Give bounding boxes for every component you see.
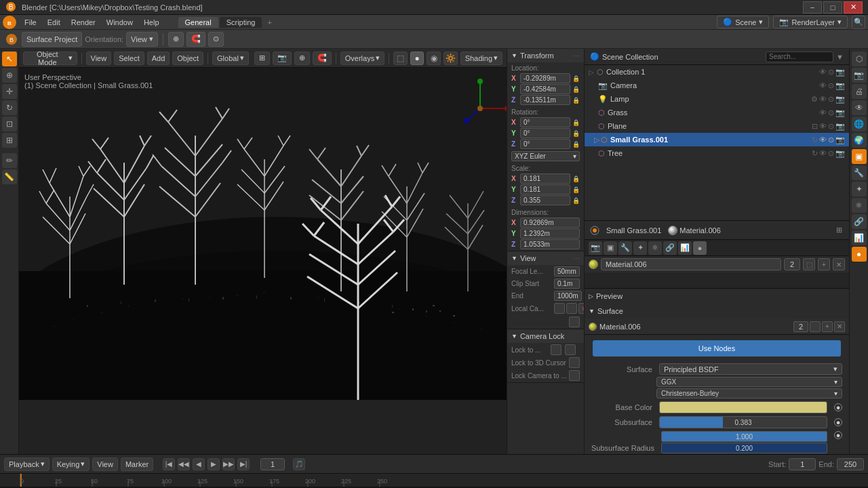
plane-visibility-icon[interactable]: 👁 (819, 122, 827, 131)
right-tool-view[interactable]: 👁 (852, 100, 867, 115)
workspace-tab-scripting[interactable]: Scripting (220, 17, 262, 28)
viewport-select-btn[interactable]: Select (114, 52, 144, 65)
transform-gizmo-toggle[interactable]: ⊕ (168, 32, 184, 47)
right-tool-data[interactable]: 📊 (852, 230, 867, 245)
clip-start-field[interactable]: 0.1m (554, 279, 580, 289)
outliner-filter-icon[interactable]: ▼ (836, 53, 844, 61)
base-color-dot[interactable]: ● (834, 403, 842, 411)
location-z[interactable]: -0.13511m (520, 95, 570, 105)
surface-mat-browse[interactable] (810, 321, 821, 332)
tool-rotate[interactable]: ↻ (2, 100, 17, 115)
lock-x-icon[interactable]: 🔒 (572, 75, 580, 82)
end-frame-value[interactable]: 250 (837, 458, 864, 470)
sr-bar-1[interactable]: 1.000 (661, 431, 827, 442)
base-color-swatch[interactable] (659, 401, 827, 413)
tool-cursor[interactable]: ⊕ (2, 68, 17, 83)
menu-window[interactable]: Window (101, 17, 138, 28)
play-back-btn[interactable]: ◀ (193, 458, 205, 470)
outliner-item-camera[interactable]: 📷 Camera 👁 ⊙ 📷 (585, 79, 849, 92)
minimize-button[interactable]: − (803, 1, 822, 14)
viewport-camera-icon[interactable]: 📷 (273, 52, 292, 65)
sr-bar-2[interactable]: 0.200 (661, 443, 827, 453)
start-frame-value[interactable]: 1 (789, 458, 816, 470)
mat-tab-material[interactable]: ● (693, 241, 707, 255)
maximize-button[interactable]: □ (823, 1, 842, 14)
mat-tab-data[interactable]: 📊 (678, 241, 692, 255)
restrict-icon[interactable]: ⊙ (828, 68, 834, 77)
view-header[interactable]: ▼ View ⋯ (507, 251, 584, 265)
viewport-snap-icon[interactable]: 🧲 (313, 52, 332, 65)
rotation-z[interactable]: 0° (520, 139, 570, 149)
sr-dot[interactable]: ● (834, 431, 842, 439)
right-tool-header[interactable]: ⬡ (852, 52, 867, 66)
surface-mat-del[interactable]: ✕ (834, 321, 845, 332)
lamp-settings-icon[interactable]: ⚙ (811, 95, 818, 104)
cam-visibility-icon[interactable]: 👁 (819, 81, 827, 90)
tool-measure[interactable]: 📏 (2, 169, 17, 184)
snap-toggle[interactable]: 🧲 (186, 32, 205, 47)
lamp-select-icon[interactable]: ⊙ (828, 95, 834, 104)
outliner-item-plane[interactable]: ⬡ Plane ⊡ 👁 ⊙ 📷 (585, 119, 849, 133)
outliner-item-tree[interactable]: ⬡ Tree ↻ 👁 ⊙ 📷 (585, 146, 849, 160)
proportional-edit-toggle[interactable]: ⊙ (208, 32, 224, 47)
plane-render-icon[interactable]: 📷 (835, 122, 845, 131)
viewport-grid-icon[interactable]: ⊞ (254, 52, 270, 65)
camera-lock-header[interactable]: ▼ Camera Lock (507, 329, 584, 343)
lamp-visibility-icon[interactable]: 👁 (819, 95, 827, 104)
tree-render-icon[interactable]: 📷 (835, 149, 845, 158)
tool-annotate[interactable]: ✏ (2, 153, 17, 168)
lock-sz-icon[interactable]: 🔒 (572, 197, 580, 204)
viewport-object-btn[interactable]: Object (172, 52, 203, 65)
play-fwd-btn[interactable]: ▶ (208, 458, 220, 470)
surface-project-btn[interactable]: Surface Project (22, 32, 82, 47)
lock-sx-icon[interactable]: 🔒 (572, 176, 580, 182)
visibility-icon[interactable]: 👁 (819, 68, 827, 77)
search-icon[interactable]: 🔍 (852, 16, 865, 29)
menu-render[interactable]: Render (66, 17, 101, 28)
viewport[interactable]: Object Mode▾ View Select Add Object Glob… (19, 49, 507, 454)
marker-btn[interactable]: Marker (121, 458, 153, 471)
workspace-add-btn[interactable]: + (263, 17, 275, 28)
local-cam-close[interactable]: ✕ (578, 303, 585, 314)
transform-space-btn[interactable]: Global▾ (212, 52, 249, 65)
outliner-item-smallgrass001[interactable]: ▷ ⬡ Small Grass.001 ↻ 👁 ⊙ 📷 (585, 133, 849, 146)
right-tool-modifier[interactable]: 🔧 (852, 165, 867, 180)
current-frame[interactable]: 1 (260, 458, 285, 470)
transform-header[interactable]: ▼ Transform ⋯ (507, 49, 584, 62)
surface-mat-number[interactable]: 2 (793, 321, 808, 332)
viewport-add-btn[interactable]: Add (147, 52, 170, 65)
dim-y[interactable]: 1.2392m (520, 228, 580, 239)
subsurface-dot[interactable]: ● (834, 418, 842, 426)
material-number-field[interactable]: 2 (784, 258, 800, 270)
local-cam-btn2[interactable] (566, 303, 577, 314)
mat-add-icon[interactable]: + (818, 258, 830, 270)
mat-tab-render[interactable]: 📷 (589, 241, 602, 255)
rendered-shading-btn[interactable]: 🔆 (443, 52, 458, 65)
right-tool-material[interactable]: ● (852, 247, 867, 262)
surface-section-header[interactable]: ▼ Surface (585, 304, 849, 319)
render-border-toggle[interactable] (569, 317, 580, 327)
mat-remove-icon[interactable]: ✕ (833, 258, 845, 270)
tool-scale[interactable]: ⊡ (2, 117, 17, 131)
menu-help[interactable]: Help (138, 17, 165, 28)
jump-end-btn[interactable]: ▶| (237, 458, 250, 470)
grass-render-icon[interactable]: 📷 (835, 108, 845, 117)
lock-y-icon[interactable]: 🔒 (572, 86, 580, 93)
step-back-btn[interactable]: ◀◀ (178, 458, 190, 470)
scale-x[interactable]: 0.181 (520, 174, 570, 184)
focal-length-field[interactable]: 50mm (554, 266, 580, 277)
lock-z-icon[interactable]: 🔒 (572, 97, 580, 104)
right-tool-output[interactable]: 🖨 (852, 84, 867, 99)
lock-to-toggle[interactable] (551, 344, 561, 355)
lock-ry-icon[interactable]: 🔒 (572, 130, 580, 137)
right-tool-particles[interactable]: ✦ (852, 182, 867, 197)
tool-move[interactable]: ✛ (2, 84, 17, 99)
surface-mat-add[interactable]: + (822, 321, 833, 332)
timeline-ruler[interactable]: 0 25 50 75 100 125 150 175 200 225 250 (0, 473, 868, 487)
grass-visibility-icon[interactable]: 👁 (819, 108, 827, 117)
tool-transform[interactable]: ⊞ (2, 133, 17, 148)
lock-rx-icon[interactable]: 🔒 (572, 119, 580, 126)
playback-btn[interactable]: Playback▾ (4, 458, 50, 471)
keying-btn[interactable]: Keying▾ (52, 458, 90, 471)
sg-visibility-icon[interactable]: 👁 (819, 136, 827, 144)
